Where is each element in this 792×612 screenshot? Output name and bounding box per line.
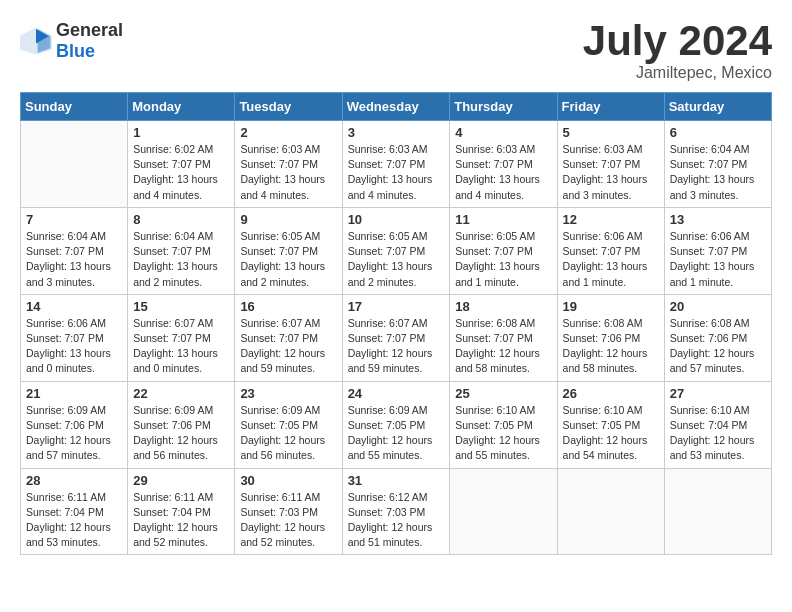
month-title: July 2024	[583, 20, 772, 62]
day-number: 18	[455, 299, 551, 314]
calendar-cell: 30Sunrise: 6:11 AM Sunset: 7:03 PM Dayli…	[235, 468, 342, 555]
calendar-cell: 26Sunrise: 6:10 AM Sunset: 7:05 PM Dayli…	[557, 381, 664, 468]
calendar-cell: 10Sunrise: 6:05 AM Sunset: 7:07 PM Dayli…	[342, 207, 450, 294]
day-info: Sunrise: 6:08 AM Sunset: 7:06 PM Dayligh…	[563, 316, 659, 377]
location-title: Jamiltepec, Mexico	[583, 64, 772, 82]
day-number: 11	[455, 212, 551, 227]
logo-general: General	[56, 20, 123, 40]
page-header: General Blue July 2024 Jamiltepec, Mexic…	[20, 20, 772, 82]
day-number: 8	[133, 212, 229, 227]
calendar-cell: 3Sunrise: 6:03 AM Sunset: 7:07 PM Daylig…	[342, 121, 450, 208]
calendar-week-row: 14Sunrise: 6:06 AM Sunset: 7:07 PM Dayli…	[21, 294, 772, 381]
day-info: Sunrise: 6:06 AM Sunset: 7:07 PM Dayligh…	[26, 316, 122, 377]
weekday-header: Sunday	[21, 93, 128, 121]
calendar-cell: 18Sunrise: 6:08 AM Sunset: 7:07 PM Dayli…	[450, 294, 557, 381]
calendar-cell: 4Sunrise: 6:03 AM Sunset: 7:07 PM Daylig…	[450, 121, 557, 208]
day-number: 6	[670, 125, 766, 140]
calendar-cell	[450, 468, 557, 555]
day-info: Sunrise: 6:05 AM Sunset: 7:07 PM Dayligh…	[240, 229, 336, 290]
day-info: Sunrise: 6:11 AM Sunset: 7:03 PM Dayligh…	[240, 490, 336, 551]
calendar-week-row: 21Sunrise: 6:09 AM Sunset: 7:06 PM Dayli…	[21, 381, 772, 468]
calendar-cell: 5Sunrise: 6:03 AM Sunset: 7:07 PM Daylig…	[557, 121, 664, 208]
day-info: Sunrise: 6:07 AM Sunset: 7:07 PM Dayligh…	[348, 316, 445, 377]
day-info: Sunrise: 6:09 AM Sunset: 7:05 PM Dayligh…	[348, 403, 445, 464]
day-info: Sunrise: 6:04 AM Sunset: 7:07 PM Dayligh…	[133, 229, 229, 290]
day-number: 5	[563, 125, 659, 140]
calendar-week-row: 1Sunrise: 6:02 AM Sunset: 7:07 PM Daylig…	[21, 121, 772, 208]
calendar-cell: 25Sunrise: 6:10 AM Sunset: 7:05 PM Dayli…	[450, 381, 557, 468]
logo-blue: Blue	[56, 41, 95, 61]
weekday-header: Saturday	[664, 93, 771, 121]
day-number: 17	[348, 299, 445, 314]
calendar-cell: 23Sunrise: 6:09 AM Sunset: 7:05 PM Dayli…	[235, 381, 342, 468]
day-number: 25	[455, 386, 551, 401]
calendar-cell: 20Sunrise: 6:08 AM Sunset: 7:06 PM Dayli…	[664, 294, 771, 381]
day-info: Sunrise: 6:09 AM Sunset: 7:05 PM Dayligh…	[240, 403, 336, 464]
calendar-cell: 27Sunrise: 6:10 AM Sunset: 7:04 PM Dayli…	[664, 381, 771, 468]
calendar-cell: 11Sunrise: 6:05 AM Sunset: 7:07 PM Dayli…	[450, 207, 557, 294]
day-number: 22	[133, 386, 229, 401]
day-info: Sunrise: 6:05 AM Sunset: 7:07 PM Dayligh…	[348, 229, 445, 290]
calendar-cell: 14Sunrise: 6:06 AM Sunset: 7:07 PM Dayli…	[21, 294, 128, 381]
calendar-cell: 12Sunrise: 6:06 AM Sunset: 7:07 PM Dayli…	[557, 207, 664, 294]
day-number: 1	[133, 125, 229, 140]
day-info: Sunrise: 6:09 AM Sunset: 7:06 PM Dayligh…	[133, 403, 229, 464]
day-number: 15	[133, 299, 229, 314]
calendar-cell: 6Sunrise: 6:04 AM Sunset: 7:07 PM Daylig…	[664, 121, 771, 208]
calendar-cell: 21Sunrise: 6:09 AM Sunset: 7:06 PM Dayli…	[21, 381, 128, 468]
calendar-week-row: 7Sunrise: 6:04 AM Sunset: 7:07 PM Daylig…	[21, 207, 772, 294]
day-number: 10	[348, 212, 445, 227]
calendar-cell: 29Sunrise: 6:11 AM Sunset: 7:04 PM Dayli…	[128, 468, 235, 555]
calendar-cell: 22Sunrise: 6:09 AM Sunset: 7:06 PM Dayli…	[128, 381, 235, 468]
calendar-cell: 9Sunrise: 6:05 AM Sunset: 7:07 PM Daylig…	[235, 207, 342, 294]
calendar-cell	[21, 121, 128, 208]
day-info: Sunrise: 6:10 AM Sunset: 7:05 PM Dayligh…	[563, 403, 659, 464]
day-number: 26	[563, 386, 659, 401]
logo-text: General Blue	[56, 20, 123, 62]
day-number: 24	[348, 386, 445, 401]
day-info: Sunrise: 6:08 AM Sunset: 7:06 PM Dayligh…	[670, 316, 766, 377]
calendar-cell: 8Sunrise: 6:04 AM Sunset: 7:07 PM Daylig…	[128, 207, 235, 294]
calendar-cell: 16Sunrise: 6:07 AM Sunset: 7:07 PM Dayli…	[235, 294, 342, 381]
calendar-cell: 17Sunrise: 6:07 AM Sunset: 7:07 PM Dayli…	[342, 294, 450, 381]
day-number: 16	[240, 299, 336, 314]
day-info: Sunrise: 6:09 AM Sunset: 7:06 PM Dayligh…	[26, 403, 122, 464]
calendar-cell: 13Sunrise: 6:06 AM Sunset: 7:07 PM Dayli…	[664, 207, 771, 294]
day-number: 27	[670, 386, 766, 401]
day-info: Sunrise: 6:03 AM Sunset: 7:07 PM Dayligh…	[455, 142, 551, 203]
day-info: Sunrise: 6:03 AM Sunset: 7:07 PM Dayligh…	[563, 142, 659, 203]
day-number: 23	[240, 386, 336, 401]
day-info: Sunrise: 6:10 AM Sunset: 7:05 PM Dayligh…	[455, 403, 551, 464]
calendar-cell: 28Sunrise: 6:11 AM Sunset: 7:04 PM Dayli…	[21, 468, 128, 555]
day-number: 20	[670, 299, 766, 314]
day-number: 9	[240, 212, 336, 227]
day-info: Sunrise: 6:05 AM Sunset: 7:07 PM Dayligh…	[455, 229, 551, 290]
day-info: Sunrise: 6:06 AM Sunset: 7:07 PM Dayligh…	[670, 229, 766, 290]
calendar-cell: 31Sunrise: 6:12 AM Sunset: 7:03 PM Dayli…	[342, 468, 450, 555]
day-number: 13	[670, 212, 766, 227]
day-info: Sunrise: 6:12 AM Sunset: 7:03 PM Dayligh…	[348, 490, 445, 551]
weekday-header: Monday	[128, 93, 235, 121]
day-info: Sunrise: 6:07 AM Sunset: 7:07 PM Dayligh…	[133, 316, 229, 377]
logo-icon	[20, 27, 52, 55]
weekday-header: Wednesday	[342, 93, 450, 121]
calendar-cell: 7Sunrise: 6:04 AM Sunset: 7:07 PM Daylig…	[21, 207, 128, 294]
calendar-week-row: 28Sunrise: 6:11 AM Sunset: 7:04 PM Dayli…	[21, 468, 772, 555]
calendar-cell: 1Sunrise: 6:02 AM Sunset: 7:07 PM Daylig…	[128, 121, 235, 208]
day-number: 29	[133, 473, 229, 488]
day-number: 21	[26, 386, 122, 401]
weekday-header: Friday	[557, 93, 664, 121]
calendar-header-row: SundayMondayTuesdayWednesdayThursdayFrid…	[21, 93, 772, 121]
day-info: Sunrise: 6:07 AM Sunset: 7:07 PM Dayligh…	[240, 316, 336, 377]
day-info: Sunrise: 6:10 AM Sunset: 7:04 PM Dayligh…	[670, 403, 766, 464]
calendar-cell	[664, 468, 771, 555]
day-info: Sunrise: 6:11 AM Sunset: 7:04 PM Dayligh…	[26, 490, 122, 551]
day-info: Sunrise: 6:06 AM Sunset: 7:07 PM Dayligh…	[563, 229, 659, 290]
logo: General Blue	[20, 20, 123, 62]
day-info: Sunrise: 6:03 AM Sunset: 7:07 PM Dayligh…	[348, 142, 445, 203]
weekday-header: Tuesday	[235, 93, 342, 121]
calendar-cell: 24Sunrise: 6:09 AM Sunset: 7:05 PM Dayli…	[342, 381, 450, 468]
calendar-cell	[557, 468, 664, 555]
calendar-cell: 15Sunrise: 6:07 AM Sunset: 7:07 PM Dayli…	[128, 294, 235, 381]
day-number: 28	[26, 473, 122, 488]
